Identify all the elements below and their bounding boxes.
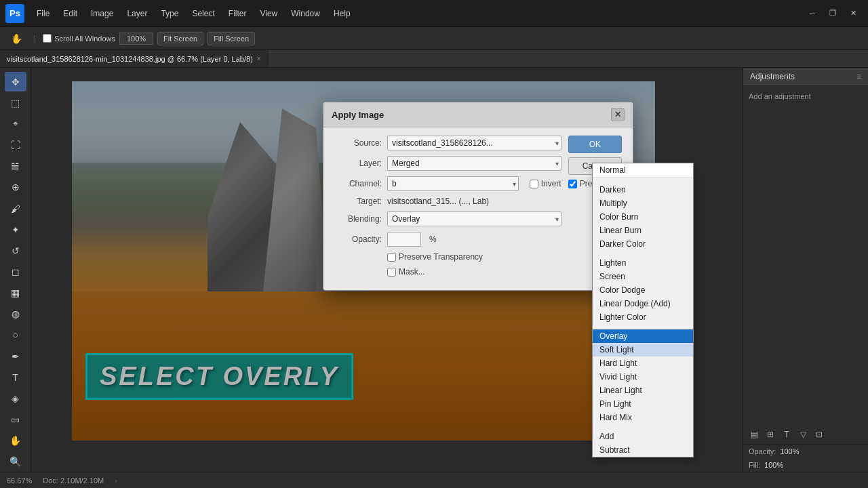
target-value: visitscotland_315... (..., Lab)	[387, 197, 561, 206]
lasso-tool[interactable]: ⌖	[5, 114, 26, 134]
eyedropper-tool[interactable]: 𝌡	[5, 157, 26, 176]
blend-darker-color[interactable]: Darker Color	[593, 237, 693, 251]
menu-layer[interactable]: Layer	[121, 6, 153, 21]
marquee-tool[interactable]: ⬚	[5, 93, 26, 113]
blend-sep-3	[593, 324, 693, 329]
invert-label: Invert	[541, 179, 561, 188]
scroll-all-checkbox[interactable]: Scroll All Windows	[43, 34, 115, 43]
blending-select[interactable]: Overlay	[387, 211, 561, 226]
menu-edit[interactable]: Edit	[58, 6, 83, 21]
preserve-checkbox[interactable]	[387, 253, 396, 262]
blending-label: Blending:	[334, 214, 382, 224]
blur-tool[interactable]: ◍	[5, 304, 26, 324]
blend-hard-light[interactable]: Hard Light	[593, 357, 693, 370]
mask-checkbox-label[interactable]: Mask...	[387, 267, 425, 277]
preserve-label: Preserve Transparency	[399, 252, 483, 262]
mask-checkbox[interactable]	[387, 268, 396, 277]
blend-darken[interactable]: Darken	[593, 183, 693, 197]
blend-add[interactable]: Add	[593, 430, 693, 443]
history-brush-tool[interactable]: ↺	[5, 241, 26, 260]
hand-tool[interactable]: ✋	[5, 28, 27, 49]
ok-button[interactable]: OK	[568, 136, 622, 153]
menubar: Ps File Edit Image Layer Type Select Fil…	[0, 0, 868, 27]
preserve-row: Preserve Transparency	[334, 252, 561, 262]
invert-checkbox[interactable]	[530, 180, 538, 188]
preserve-checkbox-label[interactable]: Preserve Transparency	[387, 252, 483, 262]
add-adjustment-text: Add an adjustment	[749, 92, 811, 100]
menu-help[interactable]: Help	[328, 6, 356, 21]
blend-hard-mix[interactable]: Hard Mix	[593, 411, 693, 424]
blend-linear-dodge[interactable]: Linear Dodge (Add)	[593, 297, 693, 310]
blend-color-dodge[interactable]: Color Dodge	[593, 283, 693, 297]
gradient-tool[interactable]: ▦	[5, 283, 26, 303]
fit-screen-button[interactable]: Fit Screen	[157, 32, 203, 45]
blend-soft-light[interactable]: Soft Light	[593, 343, 693, 357]
blend-mode-dropdown[interactable]: Normal Darken Multiply Color Burn Linear…	[592, 163, 694, 458]
adjustments-content: Add an adjustment	[743, 86, 868, 425]
blend-linear-light[interactable]: Linear Light	[593, 384, 693, 397]
menu-select[interactable]: Select	[186, 6, 220, 21]
target-row: Target: visitscotland_315... (..., Lab)	[334, 197, 561, 206]
mask-label: Mask...	[399, 267, 425, 277]
eraser-tool[interactable]: ◻	[5, 262, 26, 281]
blend-linear-burn[interactable]: Linear Burn	[593, 224, 693, 237]
menu-filter[interactable]: Filter	[223, 6, 252, 21]
zoom-tool[interactable]: 🔍	[5, 452, 26, 472]
panel-icon-5[interactable]: ⊡	[812, 428, 826, 441]
blend-multiply[interactable]: Multiply	[593, 197, 693, 210]
panel-icon-3[interactable]: T	[780, 428, 793, 441]
layer-select[interactable]: Merged	[387, 156, 561, 171]
preview-checkbox[interactable]	[568, 180, 577, 188]
invert-checkbox-label[interactable]: Invert	[530, 179, 561, 188]
menu-window[interactable]: Window	[285, 6, 326, 21]
move-tool[interactable]: ✥	[5, 72, 26, 92]
panel-icon-2[interactable]: ⊞	[764, 428, 777, 441]
ps-logo: Ps	[5, 4, 24, 23]
blend-overlay[interactable]: Overlay	[593, 329, 693, 343]
blending-row: Blending: Overlay ▾	[334, 211, 561, 226]
panel-icon-1[interactable]: ▤	[747, 428, 761, 441]
blend-lighter-color[interactable]: Lighter Color	[593, 310, 693, 324]
tab-close-button[interactable]: ×	[257, 55, 261, 62]
fill-value: 100%	[764, 461, 783, 469]
stamp-tool[interactable]: ✦	[5, 220, 26, 239]
blending-select-wrap: Overlay ▾	[387, 211, 561, 226]
fill-screen-button[interactable]: Fill Screen	[208, 32, 255, 45]
path-selection-tool[interactable]: ◈	[5, 388, 26, 408]
document-tab[interactable]: visitscotland_3158628126-min_1031244838.…	[0, 50, 269, 67]
opacity-input[interactable]: 100	[387, 232, 421, 247]
dialog-close-button[interactable]: ✕	[611, 108, 625, 121]
menu-image[interactable]: Image	[85, 6, 119, 21]
blend-subtract[interactable]: Subtract	[593, 443, 693, 457]
close-button[interactable]: ✕	[844, 5, 863, 22]
main-area: ✥ ⬚ ⌖ ⛶ 𝌡 ⊕ 🖌 ✦ ↺ ◻ ▦ ◍ ○ ✒ T ◈ ▭ ✋ 🔍	[0, 68, 868, 472]
blend-color-burn[interactable]: Color Burn	[593, 210, 693, 224]
channel-row: Channel: b ▾ Invert	[334, 176, 561, 191]
blend-screen[interactable]: Screen	[593, 270, 693, 283]
blend-normal[interactable]: Normal	[593, 163, 693, 178]
source-select[interactable]: visitscotland_3158628126...	[387, 136, 561, 150]
blend-lighten[interactable]: Lighten	[593, 256, 693, 270]
pen-tool[interactable]: ✒	[5, 346, 26, 366]
dialog-title: Apply Image	[332, 110, 384, 120]
minimize-button[interactable]: ─	[803, 5, 822, 22]
blend-vivid-light[interactable]: Vivid Light	[593, 370, 693, 384]
scroll-all-input[interactable]	[43, 34, 52, 43]
hand-tool-2[interactable]: ✋	[5, 431, 26, 451]
healing-tool[interactable]: ⊕	[5, 178, 26, 197]
crop-tool[interactable]: ⛶	[5, 135, 26, 155]
text-tool[interactable]: T	[5, 367, 26, 387]
zoom-display: 100%	[119, 33, 153, 45]
adjustments-header: Adjustments ≡	[743, 68, 868, 86]
brush-tool[interactable]: 🖌	[5, 199, 26, 218]
menu-view[interactable]: View	[254, 6, 283, 21]
menu-type[interactable]: Type	[155, 6, 184, 21]
restore-button[interactable]: ❐	[823, 5, 842, 22]
panel-icon-4[interactable]: ▽	[796, 428, 810, 441]
shape-tool[interactable]: ▭	[5, 410, 26, 430]
blend-pin-light[interactable]: Pin Light	[593, 397, 693, 411]
dodge-tool[interactable]: ○	[5, 325, 26, 345]
menu-file[interactable]: File	[31, 6, 55, 21]
channel-select[interactable]: b	[387, 176, 519, 191]
opacity-label: Opacity:	[749, 447, 776, 455]
